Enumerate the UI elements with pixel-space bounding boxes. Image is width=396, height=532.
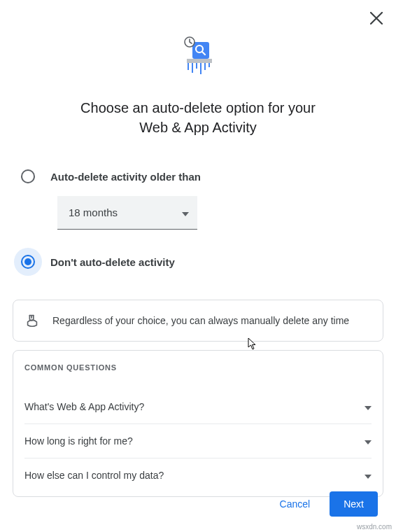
info-card: Regardless of your choice, you can alway… (13, 300, 383, 342)
option-dont-auto-delete[interactable]: Don't auto-delete activity (13, 248, 383, 276)
close-icon (370, 12, 383, 27)
faq-header: COMMON QUESTIONS (24, 363, 372, 372)
faq-question: How else can I control my data? (24, 470, 164, 481)
svg-rect-7 (192, 42, 209, 59)
option-auto-delete-older[interactable]: Auto-delete activity older than (13, 162, 383, 190)
shredder-search-icon (176, 35, 220, 80)
radio-selected-icon[interactable] (21, 255, 35, 269)
cancel-button[interactable]: Cancel (266, 491, 325, 517)
hero: Choose an auto-delete option for your We… (0, 35, 396, 137)
chevron-down-icon (365, 401, 372, 412)
footer-actions: Cancel Next (266, 491, 378, 517)
faq-question: What's Web & App Activity? (24, 401, 144, 412)
watermark: wsxdn.com (357, 523, 392, 531)
faq-question: How long is right for me? (24, 435, 133, 447)
title-line-2: Web & App Activity (80, 118, 316, 137)
options-group: Auto-delete activity older than 18 month… (0, 162, 396, 276)
page-title: Choose an auto-delete option for your We… (80, 98, 316, 137)
faq-item-2[interactable]: How else can I control my data? (24, 458, 372, 492)
faq-item-0[interactable]: What's Web & App Activity? (24, 390, 372, 424)
title-line-1: Choose an auto-delete option for your (80, 98, 316, 118)
faq-card: COMMON QUESTIONS What's Web & App Activi… (13, 350, 383, 497)
duration-dropdown[interactable]: 18 months (57, 196, 197, 230)
chevron-down-icon (182, 206, 189, 218)
option-label: Don't auto-delete activity (50, 256, 175, 268)
option-label: Auto-delete activity older than (50, 171, 201, 183)
dropdown-value: 18 months (69, 206, 118, 218)
next-button[interactable]: Next (330, 491, 378, 517)
manual-delete-icon (24, 313, 40, 328)
chevron-down-icon (365, 470, 372, 481)
close-button[interactable] (368, 11, 385, 28)
radio-unselected-icon[interactable] (21, 169, 35, 183)
chevron-down-icon (365, 435, 372, 447)
svg-rect-0 (187, 59, 212, 63)
faq-item-1[interactable]: How long is right for me? (24, 424, 372, 458)
info-text: Regardless of your choice, you can alway… (52, 315, 349, 326)
